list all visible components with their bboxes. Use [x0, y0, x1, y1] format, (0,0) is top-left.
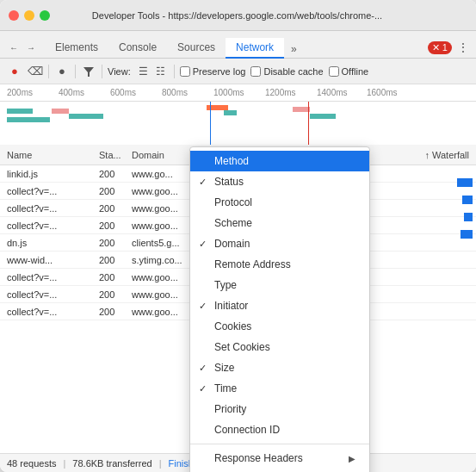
menu-item-initiator[interactable]: ✓ Initiator	[190, 295, 369, 316]
tab-bar: ← → Elements Console Sources Network » ✕…	[0, 31, 476, 59]
tab-console[interactable]: Console	[108, 38, 167, 59]
cell-name-2: collect?v=...	[0, 186, 99, 196]
more-options-icon[interactable]: ⋮	[457, 40, 469, 54]
cell-status-9: 200	[99, 307, 132, 317]
menu-label-status: Status	[214, 176, 244, 188]
toolbar: ● ⌫ ● View: ☰ ☷ Preserve log Disable cac…	[0, 59, 476, 84]
record-button[interactable]: ●	[7, 64, 22, 79]
menu-label-method: Method	[214, 155, 249, 167]
preserve-log-input[interactable]	[180, 66, 190, 77]
marker-1400: 1400ms	[317, 88, 348, 97]
menu-label-connection-id: Connection ID	[214, 424, 280, 436]
separator-2	[75, 65, 76, 78]
menu-item-scheme[interactable]: Scheme	[190, 213, 369, 233]
check-domain-icon: ✓	[199, 239, 207, 250]
check-initiator-icon: ✓	[199, 301, 207, 312]
menu-item-domain[interactable]: ✓ Domain	[190, 233, 369, 254]
cell-status-1: 200	[99, 169, 132, 179]
tab-elements[interactable]: Elements	[45, 38, 108, 59]
menu-label-cookies: Cookies	[214, 320, 251, 332]
menu-item-response-headers[interactable]: Response Headers ▶	[190, 448, 369, 469]
timeline-load-marker	[308, 102, 309, 145]
status-divider-1: |	[63, 458, 65, 469]
menu-item-set-cookies[interactable]: Set Cookies	[190, 337, 369, 357]
marker-1200: 1200ms	[265, 88, 296, 97]
nav-back-icon[interactable]: ←	[7, 40, 21, 54]
disable-cache-label: Disable cache	[263, 66, 323, 77]
preserve-log-checkbox[interactable]: Preserve log	[180, 66, 246, 77]
menu-item-connection-id[interactable]: Connection ID	[190, 419, 369, 440]
view-grid-button[interactable]: ☷	[153, 64, 169, 79]
cell-status-2: 200	[99, 186, 132, 196]
cell-name-1: linkid.js	[0, 169, 99, 179]
menu-label-scheme: Scheme	[214, 217, 252, 229]
marker-600: 600ms	[110, 88, 136, 97]
menu-item-priority[interactable]: Priority	[190, 399, 369, 419]
tab-sources[interactable]: Sources	[167, 38, 226, 59]
tab-nav: ← →	[7, 40, 38, 58]
separator-4	[174, 65, 175, 78]
cell-name-7: collect?v=...	[0, 272, 99, 283]
menu-label-initiator: Initiator	[214, 300, 248, 312]
wf-bar-6	[224, 110, 237, 115]
menu-label-time: Time	[214, 382, 237, 394]
menu-label-set-cookies: Set Cookies	[214, 341, 270, 353]
cell-status-3: 200	[99, 203, 132, 214]
marker-1600: 1600ms	[367, 88, 398, 97]
wf-bar-2	[7, 117, 50, 122]
disable-cache-checkbox[interactable]: Disable cache	[250, 66, 323, 77]
col-header-waterfall[interactable]: ↑ Waterfall	[407, 150, 476, 160]
menu-label-domain: Domain	[214, 238, 250, 250]
marker-200: 200ms	[7, 88, 33, 97]
tab-right-controls: ✕ 1 ⋮	[428, 40, 469, 58]
menu-separator-1	[190, 444, 369, 444]
request-count: 48 requests	[7, 458, 56, 469]
preserve-log-label: Preserve log	[193, 66, 246, 77]
menu-label-remote-address: Remote Address	[214, 258, 291, 270]
menu-item-remote-address[interactable]: Remote Address	[190, 254, 369, 275]
menu-item-protocol[interactable]: Protocol	[190, 192, 369, 213]
check-time-icon: ✓	[199, 383, 207, 394]
menu-item-status[interactable]: ✓ Status	[190, 171, 369, 192]
wf-bar-3	[52, 109, 69, 114]
clear-button[interactable]: ⌫	[28, 64, 43, 79]
menu-item-type[interactable]: Type	[190, 275, 369, 295]
timeline-cursor	[210, 102, 211, 145]
tab-network[interactable]: Network	[226, 38, 284, 59]
nav-forward-icon[interactable]: →	[24, 40, 38, 54]
offline-checkbox[interactable]: Offline	[329, 66, 369, 77]
submenu-arrow-icon: ▶	[349, 454, 355, 463]
svg-marker-0	[83, 67, 94, 77]
wf-bar-4	[69, 114, 103, 119]
cell-status-5: 200	[99, 238, 132, 248]
wf-bar-1	[7, 109, 33, 114]
menu-item-cookies[interactable]: Cookies	[190, 316, 369, 337]
cell-name-4: collect?v=...	[0, 220, 99, 231]
menu-item-time[interactable]: ✓ Time	[190, 378, 369, 399]
disable-cache-input[interactable]	[250, 66, 261, 77]
offline-input[interactable]	[329, 66, 339, 77]
cell-status-4: 200	[99, 220, 132, 231]
transfer-size: 78.6KB transferred	[72, 458, 151, 469]
menu-item-method[interactable]: Method	[190, 151, 369, 171]
title-bar: Developer Tools - https://developers.goo…	[0, 0, 476, 31]
cell-name-3: collect?v=...	[0, 203, 99, 214]
view-list-button[interactable]: ☰	[136, 64, 151, 79]
tab-more[interactable]: »	[284, 40, 304, 59]
check-size-icon: ✓	[199, 363, 207, 374]
menu-item-size[interactable]: ✓ Size	[190, 357, 369, 378]
camera-button[interactable]: ●	[54, 64, 70, 79]
col-header-status[interactable]: Sta...	[99, 150, 132, 160]
cell-name-6: www-wid...	[0, 255, 99, 265]
menu-label-size: Size	[214, 362, 234, 374]
col-header-name[interactable]: Name	[0, 150, 99, 160]
offline-label: Offline	[342, 66, 369, 77]
error-badge: ✕ 1	[428, 41, 452, 54]
menu-label-type: Type	[214, 279, 237, 291]
context-menu: Method ✓ Status Protocol Scheme ✓ Domain…	[189, 146, 370, 472]
window-title: Developer Tools - https://developers.goo…	[7, 10, 467, 21]
cell-status-7: 200	[99, 272, 132, 283]
cell-name-8: collect?v=...	[0, 289, 99, 300]
filter-button[interactable]	[81, 64, 96, 79]
marker-1000: 1000ms	[213, 88, 244, 97]
